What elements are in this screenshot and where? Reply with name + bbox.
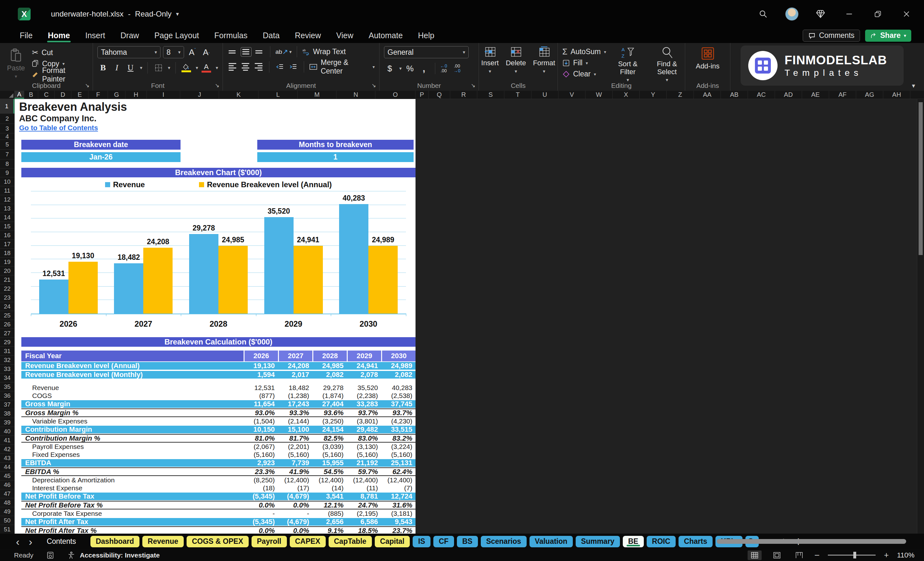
- value-cell[interactable]: 9.1%: [312, 526, 347, 534]
- sheet-tab-roic[interactable]: ROIC: [646, 536, 676, 547]
- value-cell[interactable]: 23.7%: [381, 526, 416, 534]
- value-cell[interactable]: (5,345): [244, 492, 278, 501]
- value-cell[interactable]: 8,781: [347, 492, 381, 501]
- row-header-31[interactable]: 31: [0, 347, 14, 356]
- vertical-scrollbar-thumb[interactable]: [919, 102, 923, 255]
- row-header-43[interactable]: 43: [0, 454, 14, 463]
- row-header-1[interactable]: 1: [0, 99, 14, 114]
- value-cell[interactable]: (3,250): [312, 417, 347, 425]
- column-header-t[interactable]: T: [504, 91, 531, 99]
- value-cell[interactable]: -: [278, 510, 312, 518]
- select-all-corner[interactable]: [0, 91, 15, 99]
- macro-record-icon[interactable]: [46, 551, 54, 560]
- row-label-cell[interactable]: Variable Expenses: [21, 417, 244, 425]
- legend-item-revenue[interactable]: Revenue: [105, 180, 145, 189]
- column-header-y[interactable]: Y: [640, 91, 667, 99]
- row-header-41[interactable]: 41: [0, 436, 14, 445]
- bold-button[interactable]: B: [98, 62, 109, 74]
- row-label-cell[interactable]: Gross Margin %: [21, 409, 244, 417]
- accessibility-status[interactable]: Accessibility: Investigate: [80, 552, 160, 559]
- bar-revenue-breakeven-level-annual[interactable]: [218, 246, 248, 314]
- value-cell[interactable]: 62.4%: [381, 468, 416, 476]
- row-header-19[interactable]: 19: [0, 258, 14, 267]
- value-cell[interactable]: 41.9%: [278, 468, 312, 476]
- column-header-ag[interactable]: AG: [856, 91, 883, 99]
- sheet-tab-bs[interactable]: BS: [457, 536, 478, 547]
- increase-decimal-button[interactable]: ←0.00: [440, 64, 447, 73]
- row-label-cell[interactable]: Revenue Breakeven level (Monthly): [21, 370, 244, 379]
- company-name-cell[interactable]: ABC Company Inc.: [15, 114, 416, 124]
- delete-cells-button[interactable]: Delete ▾: [503, 46, 528, 74]
- column-header-d[interactable]: D: [55, 91, 71, 99]
- value-cell[interactable]: (8,250): [244, 476, 278, 484]
- font-size-select[interactable]: 8 ▾: [163, 46, 184, 58]
- value-cell[interactable]: (5,345): [244, 518, 278, 526]
- value-cell[interactable]: -: [244, 510, 278, 518]
- row-label-cell[interactable]: Net Profit Before Tax: [21, 492, 244, 501]
- column-header-j[interactable]: J: [180, 91, 219, 99]
- row-header-23[interactable]: 23: [0, 293, 14, 302]
- column-header-g[interactable]: G: [108, 91, 126, 99]
- breakeven-chart[interactable]: RevenueRevenue Breakeven level (Annual) …: [21, 177, 416, 332]
- sheet-tab-dashboard[interactable]: Dashboard: [90, 536, 140, 547]
- chevron-down-icon[interactable]: ▾: [196, 65, 198, 70]
- table-of-contents-link[interactable]: Go to Table of Contents: [15, 124, 416, 134]
- accessibility-icon[interactable]: [67, 551, 75, 560]
- restore-button[interactable]: [868, 4, 888, 24]
- row-header-16[interactable]: 16: [0, 231, 14, 240]
- value-cell[interactable]: (12,400): [381, 476, 416, 484]
- value-cell[interactable]: 12,531: [244, 384, 278, 392]
- row-header-50[interactable]: 50: [0, 516, 14, 525]
- row-header-35[interactable]: 35: [0, 382, 14, 391]
- collapse-ribbon-chevron-icon[interactable]: ▾: [912, 82, 915, 90]
- chevron-down-icon[interactable]: ▾: [399, 66, 402, 71]
- clipboard-dialog-launcher[interactable]: ↘: [85, 82, 90, 89]
- search-icon[interactable]: [753, 4, 773, 24]
- align-left-button[interactable]: [227, 62, 238, 72]
- bar-revenue-breakeven-level-annual[interactable]: [143, 248, 172, 314]
- chevron-down-icon[interactable]: ▾: [168, 65, 170, 70]
- sort-filter-button[interactable]: AZ Sort & Filter ▾: [609, 46, 646, 83]
- column-header-ad[interactable]: AD: [775, 91, 802, 99]
- value-cell[interactable]: (5,160): [312, 451, 347, 459]
- value-cell[interactable]: 2,923: [244, 459, 278, 467]
- value-cell[interactable]: 24,989: [381, 362, 416, 370]
- row-label-cell[interactable]: Payroll Expenses: [21, 443, 244, 450]
- year-header-cell-2030[interactable]: 2030: [381, 351, 416, 362]
- sheet-tab-cogs-opex[interactable]: COGS & OPEX: [187, 536, 249, 547]
- value-cell[interactable]: 59.7%: [347, 468, 381, 476]
- value-cell[interactable]: 24,941: [347, 362, 381, 370]
- column-header-i[interactable]: I: [147, 91, 180, 99]
- column-header-w[interactable]: W: [585, 91, 613, 99]
- row-header-10[interactable]: 10: [0, 177, 14, 186]
- row-header-17[interactable]: 17: [0, 240, 14, 249]
- value-cell[interactable]: (11): [347, 484, 381, 492]
- row-label-cell[interactable]: EBITDA: [21, 459, 244, 467]
- empty-grid-area[interactable]: [416, 99, 917, 534]
- value-cell[interactable]: 29,278: [312, 384, 347, 392]
- clear-button[interactable]: Clear ▾: [562, 69, 606, 80]
- chart-title-bar[interactable]: Breakeven Chart ($'000): [21, 168, 416, 177]
- value-cell[interactable]: 24,985: [312, 362, 347, 370]
- value-cell[interactable]: (17): [278, 484, 312, 492]
- ribbon-tab-formulas[interactable]: Formulas: [207, 28, 255, 43]
- percent-format-button[interactable]: %: [404, 63, 416, 74]
- value-cell[interactable]: 2,656: [312, 518, 347, 526]
- bar-revenue[interactable]: [339, 204, 368, 314]
- increase-indent-button[interactable]: [288, 61, 298, 73]
- column-header-s[interactable]: S: [477, 91, 504, 99]
- column-header-l[interactable]: L: [258, 91, 298, 99]
- row-header-25[interactable]: 25: [0, 311, 14, 320]
- increase-font-size-button[interactable]: Aˆ: [187, 46, 198, 58]
- page-layout-view-button[interactable]: [770, 550, 784, 560]
- row-header-14[interactable]: 14: [0, 213, 14, 222]
- read-only-label[interactable]: Read-Only: [135, 9, 172, 18]
- row-header-7[interactable]: 7: [0, 150, 14, 159]
- value-cell[interactable]: 2,082: [312, 370, 347, 379]
- value-cell[interactable]: (7): [381, 484, 416, 492]
- alignment-dialog-launcher[interactable]: ↘: [372, 82, 376, 89]
- value-cell[interactable]: 35,520: [347, 384, 381, 392]
- chevron-down-icon[interactable]: ▾: [140, 65, 142, 70]
- sheet-tab-scenarios[interactable]: Scenarios: [481, 536, 526, 547]
- column-header-h[interactable]: H: [126, 91, 147, 99]
